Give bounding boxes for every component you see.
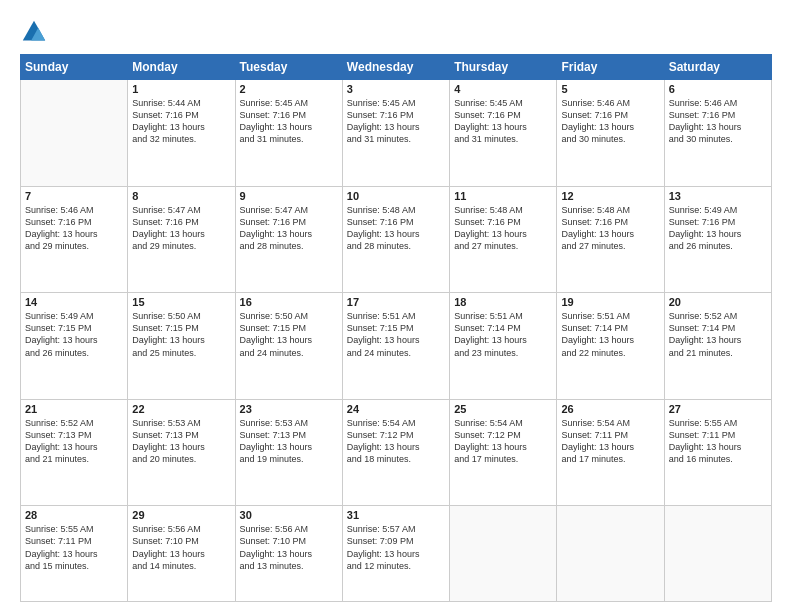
cell-info: Sunrise: 5:47 AM Sunset: 7:16 PM Dayligh… xyxy=(240,204,338,253)
cell-info: Sunrise: 5:57 AM Sunset: 7:09 PM Dayligh… xyxy=(347,523,445,572)
day-number: 3 xyxy=(347,83,445,95)
calendar-cell: 22Sunrise: 5:53 AM Sunset: 7:13 PM Dayli… xyxy=(128,399,235,506)
calendar-cell: 10Sunrise: 5:48 AM Sunset: 7:16 PM Dayli… xyxy=(342,186,449,293)
calendar-cell xyxy=(21,80,128,187)
cell-info: Sunrise: 5:45 AM Sunset: 7:16 PM Dayligh… xyxy=(454,97,552,146)
calendar-cell xyxy=(664,506,771,602)
calendar-cell: 7Sunrise: 5:46 AM Sunset: 7:16 PM Daylig… xyxy=(21,186,128,293)
day-number: 19 xyxy=(561,296,659,308)
cell-info: Sunrise: 5:46 AM Sunset: 7:16 PM Dayligh… xyxy=(25,204,123,253)
day-number: 2 xyxy=(240,83,338,95)
cell-info: Sunrise: 5:50 AM Sunset: 7:15 PM Dayligh… xyxy=(132,310,230,359)
calendar-cell: 25Sunrise: 5:54 AM Sunset: 7:12 PM Dayli… xyxy=(450,399,557,506)
calendar-cell: 14Sunrise: 5:49 AM Sunset: 7:15 PM Dayli… xyxy=(21,293,128,400)
page-header xyxy=(20,18,772,46)
cell-info: Sunrise: 5:56 AM Sunset: 7:10 PM Dayligh… xyxy=(132,523,230,572)
day-number: 9 xyxy=(240,190,338,202)
cell-info: Sunrise: 5:49 AM Sunset: 7:15 PM Dayligh… xyxy=(25,310,123,359)
col-header-saturday: Saturday xyxy=(664,55,771,80)
day-number: 5 xyxy=(561,83,659,95)
calendar-cell: 2Sunrise: 5:45 AM Sunset: 7:16 PM Daylig… xyxy=(235,80,342,187)
cell-info: Sunrise: 5:45 AM Sunset: 7:16 PM Dayligh… xyxy=(347,97,445,146)
calendar-cell: 27Sunrise: 5:55 AM Sunset: 7:11 PM Dayli… xyxy=(664,399,771,506)
day-number: 26 xyxy=(561,403,659,415)
cell-info: Sunrise: 5:52 AM Sunset: 7:13 PM Dayligh… xyxy=(25,417,123,466)
calendar-cell: 9Sunrise: 5:47 AM Sunset: 7:16 PM Daylig… xyxy=(235,186,342,293)
day-number: 20 xyxy=(669,296,767,308)
cell-info: Sunrise: 5:51 AM Sunset: 7:14 PM Dayligh… xyxy=(561,310,659,359)
day-number: 10 xyxy=(347,190,445,202)
calendar-cell: 17Sunrise: 5:51 AM Sunset: 7:15 PM Dayli… xyxy=(342,293,449,400)
day-number: 18 xyxy=(454,296,552,308)
col-header-friday: Friday xyxy=(557,55,664,80)
cell-info: Sunrise: 5:51 AM Sunset: 7:14 PM Dayligh… xyxy=(454,310,552,359)
cell-info: Sunrise: 5:48 AM Sunset: 7:16 PM Dayligh… xyxy=(561,204,659,253)
calendar-cell xyxy=(450,506,557,602)
col-header-tuesday: Tuesday xyxy=(235,55,342,80)
calendar-week-5: 28Sunrise: 5:55 AM Sunset: 7:11 PM Dayli… xyxy=(21,506,772,602)
day-number: 29 xyxy=(132,509,230,521)
calendar-cell: 23Sunrise: 5:53 AM Sunset: 7:13 PM Dayli… xyxy=(235,399,342,506)
col-header-monday: Monday xyxy=(128,55,235,80)
calendar-cell: 12Sunrise: 5:48 AM Sunset: 7:16 PM Dayli… xyxy=(557,186,664,293)
cell-info: Sunrise: 5:46 AM Sunset: 7:16 PM Dayligh… xyxy=(561,97,659,146)
calendar-cell: 29Sunrise: 5:56 AM Sunset: 7:10 PM Dayli… xyxy=(128,506,235,602)
cell-info: Sunrise: 5:53 AM Sunset: 7:13 PM Dayligh… xyxy=(132,417,230,466)
cell-info: Sunrise: 5:52 AM Sunset: 7:14 PM Dayligh… xyxy=(669,310,767,359)
logo xyxy=(20,18,52,46)
day-number: 23 xyxy=(240,403,338,415)
calendar-cell: 5Sunrise: 5:46 AM Sunset: 7:16 PM Daylig… xyxy=(557,80,664,187)
calendar-cell: 15Sunrise: 5:50 AM Sunset: 7:15 PM Dayli… xyxy=(128,293,235,400)
calendar-cell: 24Sunrise: 5:54 AM Sunset: 7:12 PM Dayli… xyxy=(342,399,449,506)
day-number: 24 xyxy=(347,403,445,415)
calendar-cell xyxy=(557,506,664,602)
calendar-cell: 1Sunrise: 5:44 AM Sunset: 7:16 PM Daylig… xyxy=(128,80,235,187)
calendar-cell: 30Sunrise: 5:56 AM Sunset: 7:10 PM Dayli… xyxy=(235,506,342,602)
calendar-cell: 6Sunrise: 5:46 AM Sunset: 7:16 PM Daylig… xyxy=(664,80,771,187)
day-number: 30 xyxy=(240,509,338,521)
calendar-week-3: 14Sunrise: 5:49 AM Sunset: 7:15 PM Dayli… xyxy=(21,293,772,400)
calendar-cell: 31Sunrise: 5:57 AM Sunset: 7:09 PM Dayli… xyxy=(342,506,449,602)
calendar-cell: 8Sunrise: 5:47 AM Sunset: 7:16 PM Daylig… xyxy=(128,186,235,293)
cell-info: Sunrise: 5:45 AM Sunset: 7:16 PM Dayligh… xyxy=(240,97,338,146)
day-number: 28 xyxy=(25,509,123,521)
calendar-cell: 21Sunrise: 5:52 AM Sunset: 7:13 PM Dayli… xyxy=(21,399,128,506)
day-number: 8 xyxy=(132,190,230,202)
day-number: 12 xyxy=(561,190,659,202)
cell-info: Sunrise: 5:48 AM Sunset: 7:16 PM Dayligh… xyxy=(454,204,552,253)
cell-info: Sunrise: 5:47 AM Sunset: 7:16 PM Dayligh… xyxy=(132,204,230,253)
day-number: 7 xyxy=(25,190,123,202)
day-number: 17 xyxy=(347,296,445,308)
calendar-week-1: 1Sunrise: 5:44 AM Sunset: 7:16 PM Daylig… xyxy=(21,80,772,187)
day-number: 6 xyxy=(669,83,767,95)
day-number: 15 xyxy=(132,296,230,308)
col-header-sunday: Sunday xyxy=(21,55,128,80)
cell-info: Sunrise: 5:44 AM Sunset: 7:16 PM Dayligh… xyxy=(132,97,230,146)
cell-info: Sunrise: 5:55 AM Sunset: 7:11 PM Dayligh… xyxy=(669,417,767,466)
day-number: 27 xyxy=(669,403,767,415)
cell-info: Sunrise: 5:54 AM Sunset: 7:12 PM Dayligh… xyxy=(454,417,552,466)
cell-info: Sunrise: 5:48 AM Sunset: 7:16 PM Dayligh… xyxy=(347,204,445,253)
calendar-cell: 4Sunrise: 5:45 AM Sunset: 7:16 PM Daylig… xyxy=(450,80,557,187)
day-number: 11 xyxy=(454,190,552,202)
calendar-cell: 13Sunrise: 5:49 AM Sunset: 7:16 PM Dayli… xyxy=(664,186,771,293)
cell-info: Sunrise: 5:53 AM Sunset: 7:13 PM Dayligh… xyxy=(240,417,338,466)
calendar-week-4: 21Sunrise: 5:52 AM Sunset: 7:13 PM Dayli… xyxy=(21,399,772,506)
calendar-cell: 16Sunrise: 5:50 AM Sunset: 7:15 PM Dayli… xyxy=(235,293,342,400)
day-number: 22 xyxy=(132,403,230,415)
calendar-header-row: SundayMondayTuesdayWednesdayThursdayFrid… xyxy=(21,55,772,80)
calendar-cell: 28Sunrise: 5:55 AM Sunset: 7:11 PM Dayli… xyxy=(21,506,128,602)
calendar-cell: 19Sunrise: 5:51 AM Sunset: 7:14 PM Dayli… xyxy=(557,293,664,400)
cell-info: Sunrise: 5:56 AM Sunset: 7:10 PM Dayligh… xyxy=(240,523,338,572)
day-number: 13 xyxy=(669,190,767,202)
cell-info: Sunrise: 5:46 AM Sunset: 7:16 PM Dayligh… xyxy=(669,97,767,146)
logo-icon xyxy=(20,18,48,46)
day-number: 14 xyxy=(25,296,123,308)
calendar-cell: 26Sunrise: 5:54 AM Sunset: 7:11 PM Dayli… xyxy=(557,399,664,506)
calendar-week-2: 7Sunrise: 5:46 AM Sunset: 7:16 PM Daylig… xyxy=(21,186,772,293)
calendar-cell: 18Sunrise: 5:51 AM Sunset: 7:14 PM Dayli… xyxy=(450,293,557,400)
day-number: 1 xyxy=(132,83,230,95)
day-number: 21 xyxy=(25,403,123,415)
calendar-cell: 20Sunrise: 5:52 AM Sunset: 7:14 PM Dayli… xyxy=(664,293,771,400)
day-number: 16 xyxy=(240,296,338,308)
